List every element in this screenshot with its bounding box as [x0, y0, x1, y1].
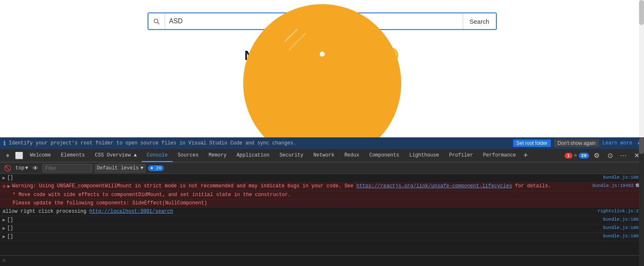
expand-icon[interactable]: ▶ [2, 175, 5, 181]
eye-button[interactable]: 👁 [31, 164, 40, 172]
file-link[interactable]: bundle.js:19492 [588, 183, 634, 188]
search-button[interactable]: Search [463, 13, 496, 29]
add-tab-button[interactable]: + [521, 151, 530, 160]
devtools-scrollbar-track[interactable] [639, 137, 644, 266]
console-line: ▶ [] bundle.js:1862 [0, 233, 644, 241]
warning-count-badge: 20 [579, 153, 589, 159]
tab-redux[interactable]: Redux [339, 149, 364, 162]
search-svg [153, 17, 160, 25]
main-scrollbar-track[interactable] [639, 0, 644, 137]
filter-input[interactable] [42, 164, 92, 172]
tab-network[interactable]: Network [308, 149, 339, 162]
line-text: Please update the following components: … [2, 200, 642, 206]
expand-icon[interactable]: ▶ [2, 217, 5, 223]
tab-security[interactable]: Security [274, 149, 308, 162]
inspect-element-button[interactable]: ⌖ [2, 150, 13, 162]
devtools-scrollbar-thumb[interactable] [639, 137, 644, 154]
svg-line-1 [285, 29, 297, 42]
tab-sources[interactable]: Sources [173, 149, 203, 162]
learn-more-link[interactable]: Learn more [602, 140, 632, 146]
tab-console[interactable]: Console [142, 149, 173, 162]
file-link[interactable]: bundle.js:1862 [599, 234, 642, 239]
app-area: Search No companies found 😞 [0, 0, 644, 137]
circle-decoration-svg [243, 4, 401, 87]
console-line: ▶ [] bundle.js:1862 [0, 216, 644, 224]
console-output[interactable]: ▶ [] bundle.js:1862 ⊗ ▶ Warning: Using U… [0, 174, 644, 255]
tab-elements[interactable]: Elements [56, 149, 90, 162]
device-toggle-button[interactable]: ⬜ [13, 150, 25, 162]
tab-memory[interactable]: Memory [204, 149, 232, 162]
tabs-right-controls: 1 ⊗ 20 ⚙ ⊙ ⋯ ✕ [565, 150, 642, 162]
scope-dropdown-icon: ▼ [25, 165, 28, 171]
console-prompt: > [2, 258, 5, 264]
file-link[interactable]: bundle.js:1862 [599, 175, 642, 180]
localhost-link[interactable]: http://localhost:3001/search [89, 209, 173, 214]
tab-performance[interactable]: Performance [478, 149, 521, 162]
console-count-badge: ● 20 [148, 165, 164, 171]
more-button[interactable]: ⋯ [617, 150, 629, 162]
dont-show-button[interactable]: Don't show again [554, 139, 599, 147]
line-text: * Move code with side effects to compone… [2, 192, 642, 198]
console-line-move: * Move code with side effects to compone… [0, 191, 644, 199]
level-selector[interactable]: Default levels ▼ [95, 164, 146, 172]
tab-components[interactable]: Components [364, 149, 404, 162]
scope-selector[interactable]: top ▼ [15, 165, 28, 171]
level-label: Default levels [97, 165, 139, 171]
console-input-area: > [0, 255, 644, 266]
line-text: Warning: Using UNSAFE_componentWillMount… [12, 183, 588, 189]
file-link[interactable]: bundle.js:1862 [599, 217, 642, 222]
expand-icon[interactable]: ▶ [7, 183, 10, 189]
file-link[interactable]: rightclick.js:25 [593, 209, 642, 214]
console-input[interactable] [8, 258, 642, 264]
devtools-info-bar: ℹ Identify your project's root folder to… [0, 137, 644, 149]
console-line: ▶ [] bundle.js:1862 [0, 224, 644, 233]
expand-icon[interactable]: ▶ [2, 234, 5, 240]
console-line-update: Please update the following components: … [0, 199, 644, 208]
settings-button[interactable]: ⚙ [591, 150, 602, 162]
level-dropdown-icon: ▼ [141, 165, 143, 171]
scope-label: top [15, 165, 25, 171]
error-count-badge: 1 [565, 153, 572, 159]
tab-css-overview[interactable]: CSS Overview ▲ [90, 149, 142, 162]
info-bar-text: Identify your project's root folder to o… [9, 140, 510, 146]
console-line: ▶ [] bundle.js:1862 [0, 174, 644, 182]
tab-application[interactable]: Application [232, 149, 274, 162]
account-button[interactable]: ⊙ [604, 150, 616, 162]
line-text: [] [7, 217, 599, 223]
console-toolbar: 🚫 top ▼ 👁 Default levels ▼ ● 20 [0, 162, 644, 174]
search-icon [148, 13, 165, 29]
error-icon-small: ⊗ [574, 152, 577, 159]
file-link[interactable]: bundle.js:1862 [599, 225, 642, 230]
devtools-panel: ℹ Identify your project's root folder to… [0, 137, 644, 266]
main-scrollbar-thumb[interactable] [639, 0, 644, 25]
info-icon: ℹ [3, 140, 5, 147]
console-line-warning: ⊗ ▶ Warning: Using UNSAFE_componentWillM… [0, 182, 644, 191]
line-text: allow right click processing http://loca… [2, 209, 593, 214]
svg-line-2 [289, 33, 306, 50]
devtools-tabs-bar: ⌖ ⬜ Welcome Elements CSS Overview ▲ Cons… [0, 149, 644, 162]
set-root-button[interactable]: Set root folder [513, 139, 551, 147]
error-icon: ⊗ [2, 183, 6, 190]
tab-welcome[interactable]: Welcome [25, 149, 56, 162]
line-text: [] [7, 175, 599, 181]
expand-icon[interactable]: ▶ [2, 225, 5, 231]
line-text: [] [7, 234, 599, 239]
svg-point-0 [320, 52, 325, 57]
clear-console-button[interactable]: 🚫 [2, 164, 13, 172]
decoration-circle [243, 4, 401, 137]
console-line-rightclick: allow right click processing http://loca… [0, 208, 644, 216]
tab-lighthouse[interactable]: Lighthouse [404, 149, 444, 162]
warning-link[interactable]: https://reactjs.org/link/unsafe-componen… [356, 183, 512, 189]
tab-profiler[interactable]: Profiler [444, 149, 478, 162]
line-text: [] [7, 225, 599, 231]
